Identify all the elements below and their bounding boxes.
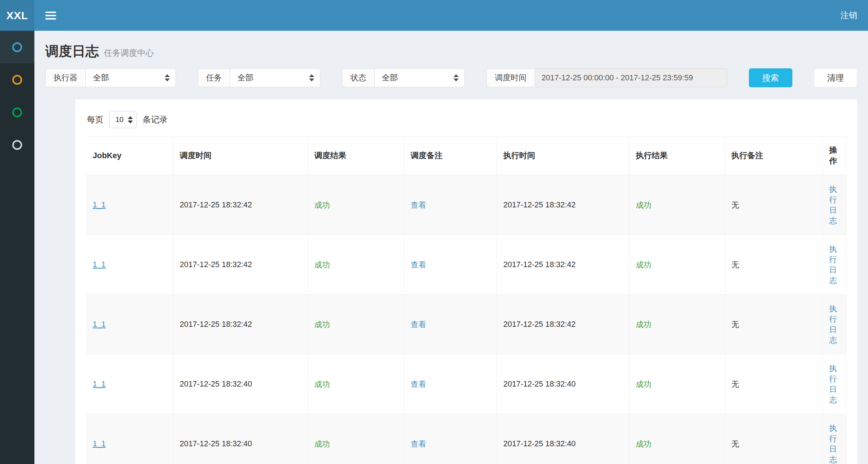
trigger-time-cell: 2017-12-25 18:32:42 <box>173 175 308 235</box>
jobkey-cell: 1_1 <box>86 175 173 235</box>
handle-result-cell: 成功 <box>629 175 725 235</box>
jobkey-cell: 1_1 <box>86 414 173 464</box>
jobkey-cell: 1_1 <box>86 354 173 414</box>
filter-bar: 执行器 全部 任务 全部 状态 全部 调度时间 2017-12-25 00:00… <box>34 68 868 87</box>
col-header-trigger-result: 调度结果 <box>308 136 404 175</box>
page-title: 调度日志 <box>45 42 99 60</box>
jobkey-cell: 1_1 <box>86 235 173 295</box>
log-table-body: 1_1 2017-12-25 18:32:42 成功 查看 2017-12-25… <box>86 175 846 464</box>
sidebar-item-3[interactable] <box>0 96 34 128</box>
trigger-result-cell: 成功 <box>308 354 404 414</box>
exec-log-link[interactable]: 执行日志 <box>829 185 837 225</box>
view-trigger-msg-link[interactable]: 查看 <box>411 380 426 389</box>
job-filter-value: 全部 <box>237 72 253 83</box>
col-header-handle-result: 执行结果 <box>629 136 725 175</box>
sidebar-item-1[interactable] <box>0 31 34 63</box>
handle-msg-cell: 无 <box>725 175 822 235</box>
table-row: 1_1 2017-12-25 18:32:42 成功 查看 2017-12-25… <box>86 235 846 295</box>
trigger-time-cell: 2017-12-25 18:32:40 <box>173 354 308 414</box>
handle-msg-cell: 无 <box>725 354 822 414</box>
trigger-msg-cell: 查看 <box>404 235 497 295</box>
jobkey-link[interactable]: 1_1 <box>93 439 106 448</box>
page-length-select[interactable]: 10 <box>109 111 137 128</box>
trigger-result-cell: 成功 <box>308 235 404 295</box>
jobkey-link[interactable]: 1_1 <box>93 380 106 388</box>
circle-icon <box>12 42 22 52</box>
handle-result-cell: 成功 <box>629 414 725 464</box>
clear-button[interactable]: 清理 <box>814 68 858 87</box>
exec-log-link[interactable]: 执行日志 <box>829 304 837 345</box>
top-navbar: XXL 注销 <box>0 0 868 31</box>
action-cell: 执行日志 <box>822 235 846 295</box>
circle-icon <box>12 140 22 150</box>
table-row: 1_1 2017-12-25 18:32:40 成功 查看 2017-12-25… <box>86 354 846 414</box>
select-arrows-icon <box>128 116 133 123</box>
page-header: 调度日志 任务调度中心 <box>34 31 868 68</box>
action-cell: 执行日志 <box>822 295 846 354</box>
trigger-result-cell: 成功 <box>308 175 404 235</box>
col-header-trigger-time: 调度时间 <box>173 136 308 175</box>
view-trigger-msg-link[interactable]: 查看 <box>411 261 426 269</box>
exec-log-link[interactable]: 执行日志 <box>829 364 837 404</box>
job-filter-group: 任务 全部 <box>198 68 320 87</box>
logout-link[interactable]: 注销 <box>840 10 857 21</box>
handle-msg-cell: 无 <box>725 235 822 295</box>
select-arrows-icon <box>309 74 314 81</box>
page-length-prefix: 每页 <box>87 114 104 125</box>
jobkey-cell: 1_1 <box>86 295 173 354</box>
executor-filter-select[interactable]: 全部 <box>85 68 176 87</box>
exec-log-link[interactable]: 执行日志 <box>829 424 837 464</box>
col-header-action: 操作 <box>822 136 846 175</box>
trigger-msg-cell: 查看 <box>404 414 497 464</box>
executor-filter-value: 全部 <box>93 72 109 83</box>
sidebar-item-2[interactable] <box>0 63 34 96</box>
status-filter-label: 状态 <box>342 68 374 87</box>
col-header-handle-msg: 执行备注 <box>725 136 822 175</box>
status-filter-select[interactable]: 全部 <box>374 68 465 87</box>
trigger-msg-cell: 查看 <box>404 295 497 354</box>
circle-icon <box>12 75 22 85</box>
handle-result-cell: 成功 <box>629 295 725 354</box>
view-trigger-msg-link[interactable]: 查看 <box>411 201 426 210</box>
status-filter-group: 状态 全部 <box>342 68 465 87</box>
col-header-handle-time: 执行时间 <box>497 136 629 175</box>
table-header-row: JobKey 调度时间 调度结果 调度备注 执行时间 执行结果 执行备注 操作 <box>86 136 846 175</box>
page-length-value: 10 <box>115 115 123 124</box>
sidebar-toggle-icon[interactable] <box>45 12 56 20</box>
action-cell: 执行日志 <box>822 175 846 235</box>
col-header-trigger-msg: 调度备注 <box>404 136 497 175</box>
jobkey-link[interactable]: 1_1 <box>93 320 106 329</box>
exec-log-link[interactable]: 执行日志 <box>829 245 837 285</box>
handle-result-cell: 成功 <box>629 235 725 295</box>
content-area: 调度日志 任务调度中心 执行器 全部 任务 全部 状态 全部 <box>34 31 868 464</box>
handle-time-cell: 2017-12-25 18:32:42 <box>497 235 629 295</box>
sidebar-item-4[interactable] <box>0 128 34 161</box>
handle-result-cell: 成功 <box>629 354 725 414</box>
trigger-time-range-input[interactable]: 2017-12-25 00:00:00 - 2017-12-25 23:59:5… <box>535 68 727 87</box>
select-arrows-icon <box>454 74 459 81</box>
select-arrows-icon <box>165 74 170 81</box>
app-logo[interactable]: XXL <box>0 0 34 31</box>
jobkey-link[interactable]: 1_1 <box>93 201 106 209</box>
circle-icon <box>12 107 22 117</box>
action-cell: 执行日志 <box>822 354 846 414</box>
view-trigger-msg-link[interactable]: 查看 <box>411 440 426 448</box>
navbar-body: 注销 <box>34 0 868 31</box>
col-header-jobkey: JobKey <box>86 136 173 175</box>
view-trigger-msg-link[interactable]: 查看 <box>411 320 426 329</box>
handle-time-cell: 2017-12-25 18:32:40 <box>497 354 629 414</box>
page-length-control: 每页 10 条记录 <box>87 111 846 128</box>
trigger-msg-cell: 查看 <box>404 175 497 235</box>
log-table: JobKey 调度时间 调度结果 调度备注 执行时间 执行结果 执行备注 操作 … <box>86 136 846 464</box>
page-length-suffix: 条记录 <box>143 114 168 125</box>
search-button[interactable]: 搜索 <box>749 68 792 87</box>
page-subtitle: 任务调度中心 <box>104 47 154 59</box>
action-cell: 执行日志 <box>822 414 846 464</box>
trigger-result-cell: 成功 <box>308 414 404 464</box>
table-row: 1_1 2017-12-25 18:32:40 成功 查看 2017-12-25… <box>86 414 846 464</box>
status-filter-value: 全部 <box>382 72 398 83</box>
trigger-result-cell: 成功 <box>308 295 404 354</box>
job-filter-select[interactable]: 全部 <box>230 68 320 87</box>
jobkey-link[interactable]: 1_1 <box>93 260 106 269</box>
table-row: 1_1 2017-12-25 18:32:42 成功 查看 2017-12-25… <box>86 175 846 235</box>
